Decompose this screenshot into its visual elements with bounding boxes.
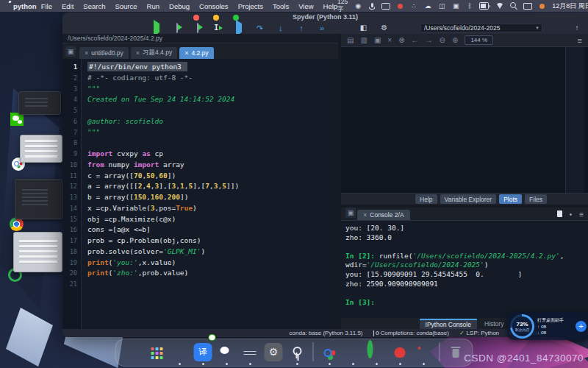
- close-icon[interactable]: ×: [136, 49, 140, 57]
- menu-run[interactable]: Run: [147, 2, 159, 10]
- browse-consoles-icon[interactable]: ▣: [345, 208, 356, 218]
- save-file-icon[interactable]: [108, 23, 121, 33]
- tab-history[interactable]: History: [478, 319, 509, 328]
- search-icon[interactable]: [509, 1, 518, 10]
- trash-dock-icon[interactable]: [447, 343, 465, 361]
- previous-plot-icon[interactable]: ←: [412, 37, 419, 44]
- run-cell-icon[interactable]: [171, 23, 184, 33]
- copy-plot-icon[interactable]: ▣: [374, 37, 381, 44]
- copy-console-icon[interactable]: [557, 210, 562, 219]
- menu-edit[interactable]: Edit: [62, 2, 74, 10]
- menu-debug[interactable]: Debug: [169, 2, 190, 10]
- chrome-dock-icon[interactable]: [171, 343, 189, 361]
- run-selection-icon[interactable]: I: [212, 23, 225, 33]
- zoom-in-plot-icon[interactable]: ⊕: [452, 37, 458, 44]
- run-file-icon[interactable]: [150, 23, 163, 33]
- browse-tabs-icon[interactable]: ▣: [65, 46, 76, 57]
- display-icon[interactable]: [523, 1, 532, 10]
- remove-all-plots-icon[interactable]: ⊗: [398, 37, 404, 44]
- console-status-dot-icon[interactable]: •: [570, 211, 573, 219]
- menu-app-name[interactable]: python: [13, 2, 37, 10]
- plots-canvas[interactable]: [341, 46, 588, 194]
- assistant-label[interactable]: 打开桌面助手: [537, 317, 573, 324]
- close-icon[interactable]: ×: [85, 49, 88, 57]
- plots-options-icon[interactable]: ≡: [578, 36, 582, 45]
- close-window-button[interactable]: [193, 15, 199, 21]
- keyboard-icon[interactable]: [381, 1, 390, 10]
- window-preview[interactable]: [18, 91, 61, 115]
- panel-tab-plots[interactable]: Plots: [499, 194, 522, 204]
- greenring-dock-icon[interactable]: [368, 343, 386, 361]
- appcircles-dock-icon[interactable]: [320, 343, 339, 361]
- menu-clock[interactable]: 12月8日 周日 22:57: [552, 1, 588, 11]
- panel-tab-help[interactable]: Help: [415, 194, 437, 204]
- zoom-out-plot-icon[interactable]: ⊖: [440, 37, 445, 44]
- run-cell-advance-icon[interactable]: [191, 23, 204, 33]
- close-icon[interactable]: ×: [363, 211, 367, 219]
- editor-tab-4.2.py[interactable]: ×4.2.py: [179, 47, 213, 59]
- debug-file-icon[interactable]: [232, 23, 245, 33]
- memory-widget[interactable]: 73% 剩余内存 打开桌面助手 ↑0B ↓0B +: [507, 312, 588, 340]
- save-plot-icon[interactable]: ▤: [347, 37, 354, 44]
- continue-execution-icon[interactable]: »: [315, 23, 329, 33]
- plots-zoom-level[interactable]: 144 %: [465, 35, 493, 45]
- panel-tab-variable-explorer[interactable]: Variable Explorer: [440, 194, 497, 204]
- finder-dock-icon[interactable]: [123, 343, 142, 361]
- photos-dock-icon[interactable]: [344, 343, 362, 361]
- panel-tab-files[interactable]: Files: [525, 194, 547, 204]
- next-plot-icon[interactable]: →: [426, 37, 433, 44]
- menu-tools[interactable]: Tools: [273, 2, 289, 10]
- ks-dock-icon[interactable]: [415, 343, 433, 361]
- step-over-icon[interactable]: ↷: [254, 23, 267, 33]
- notes-dock-icon[interactable]: [241, 343, 259, 361]
- microphone-icon[interactable]: [368, 1, 376, 10]
- menu-projects[interactable]: Projects: [238, 2, 263, 10]
- console-output[interactable]: you: [20. 30.]zho: 3360.0In [2]: runfile…: [341, 220, 588, 318]
- menu-search[interactable]: Search: [83, 2, 105, 10]
- console-options-icon[interactable]: ≡: [579, 211, 584, 219]
- save-all-icon[interactable]: [129, 23, 143, 33]
- code-editor[interactable]: 123456789101112131415161718192021 #!/usr…: [62, 59, 338, 329]
- completions-status[interactable]: Completions: conda(base): [373, 330, 449, 336]
- editor-tab-untitled0.py[interactable]: ×untitled0.py: [79, 47, 129, 59]
- python-env-icon[interactable]: [398, 23, 412, 33]
- stop-debug-icon[interactable]: [336, 23, 349, 33]
- parent-directory-icon[interactable]: ↑: [570, 23, 584, 33]
- menu-help[interactable]: Help: [323, 2, 338, 10]
- remove-plot-icon[interactable]: ×: [387, 37, 392, 44]
- window-preview[interactable]: [20, 135, 62, 163]
- split-view-icon[interactable]: ◫: [437, 1, 446, 10]
- window-preview[interactable]: [15, 179, 62, 219]
- redapp-dock-icon[interactable]: [391, 343, 409, 361]
- lsp-status[interactable]: ✓ LSP: Python: [459, 330, 499, 336]
- workflow-icon[interactable]: ∴: [409, 1, 418, 10]
- editor-tab-习题4.4.py[interactable]: ×习题4.4.py: [131, 47, 177, 59]
- step-into-icon[interactable]: ↓: [274, 23, 287, 33]
- working-directory-select[interactable]: /Users/scofieldo/2024-2025 ▾: [420, 24, 542, 32]
- close-icon[interactable]: ×: [184, 49, 188, 57]
- minimize-window-button[interactable]: [213, 15, 219, 21]
- launchpad-dock-icon[interactable]: [147, 343, 165, 361]
- menu-view[interactable]: View: [298, 2, 313, 10]
- preferences-icon[interactable]: ⚙: [378, 23, 391, 33]
- menu-consoles[interactable]: Consoles: [199, 2, 229, 10]
- keychain-dock-icon[interactable]: [288, 343, 306, 361]
- window-preview[interactable]: [13, 232, 62, 272]
- assistant-icon[interactable]: ◉: [354, 1, 362, 10]
- wechat-dock-icon[interactable]: [218, 343, 236, 361]
- new-file-icon[interactable]: [67, 23, 80, 33]
- assistant-plus-button[interactable]: +: [576, 321, 587, 332]
- menu-file[interactable]: File: [41, 2, 52, 10]
- wifi-icon[interactable]: [495, 1, 504, 10]
- bluetooth-icon[interactable]: ᛒ: [465, 1, 474, 10]
- maximize-pane-icon[interactable]: ◧: [356, 23, 370, 33]
- step-return-icon[interactable]: ↑: [295, 23, 308, 33]
- screen-record-icon[interactable]: [395, 1, 404, 10]
- plots-thumbnails-strip[interactable]: [565, 47, 584, 193]
- cloud-icon[interactable]: ☁: [423, 1, 432, 10]
- translate-dock-icon[interactable]: 译: [194, 343, 212, 361]
- screen-mirror-icon[interactable]: ▣: [451, 1, 460, 10]
- browse-directory-icon[interactable]: [550, 23, 563, 33]
- tab-ipython-console[interactable]: IPython Console: [420, 319, 477, 329]
- menu-source[interactable]: Source: [115, 2, 137, 10]
